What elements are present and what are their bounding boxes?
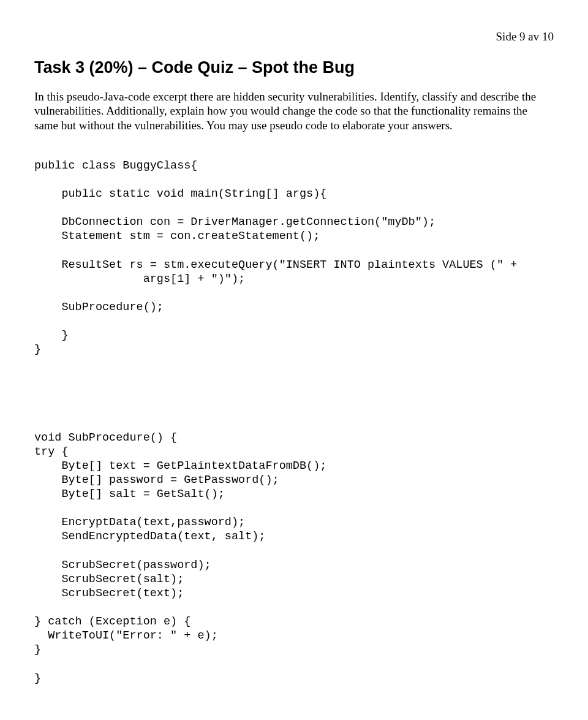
task-intro: In this pseudo-Java-code excerpt there a… — [34, 89, 549, 133]
spacer — [34, 357, 554, 431]
page-number: Side 9 av 10 — [34, 29, 554, 44]
task-title: Task 3 (20%) – Code Quiz – Spot the Bug — [34, 58, 554, 78]
code-block-2: void SubProcedure() { try { Byte[] text … — [34, 431, 554, 686]
code-block-1: public class BuggyClass{ public static v… — [34, 159, 554, 357]
